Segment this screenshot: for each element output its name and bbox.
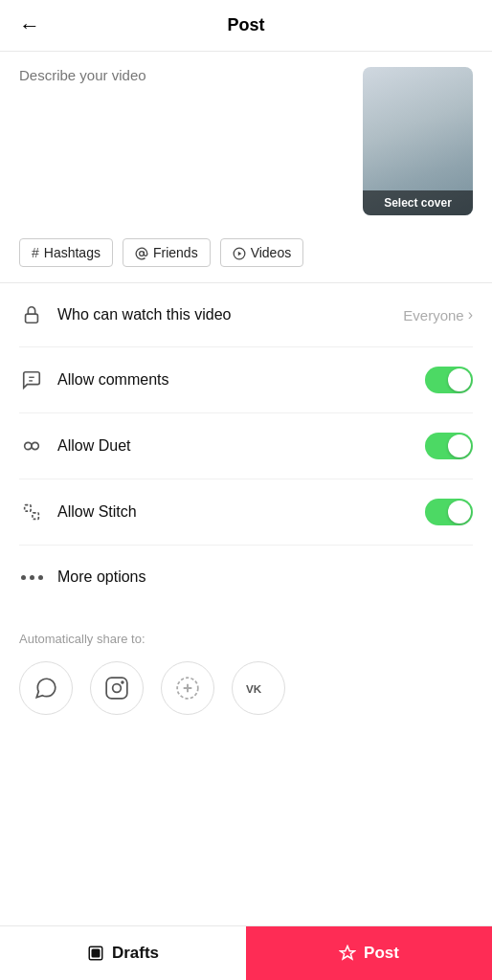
svg-rect-3 (26, 314, 38, 323)
friends-button[interactable]: Friends (123, 238, 211, 267)
comment-icon (19, 368, 44, 392)
toggle-knob-stitch (448, 501, 471, 523)
vk-button[interactable]: VK (232, 661, 285, 715)
post-label: Post (364, 944, 399, 963)
allow-duet-toggle[interactable] (425, 433, 473, 459)
setting-who-can-watch[interactable]: Who can watch this video Everyone › (19, 283, 473, 347)
svg-rect-10 (106, 678, 127, 699)
allow-stitch-toggle[interactable] (425, 499, 473, 525)
share-section: Automatically share to: (0, 609, 492, 730)
settings-section: Who can watch this video Everyone › Allo… (0, 283, 492, 609)
share-label: Automatically share to: (19, 632, 473, 646)
video-thumbnail[interactable]: Select cover (363, 67, 473, 215)
play-icon (233, 245, 246, 260)
at-icon (135, 245, 148, 260)
allow-comments-label: Allow comments (57, 371, 412, 389)
post-button[interactable]: Post (246, 926, 492, 980)
lock-icon (19, 302, 44, 327)
videos-label: Videos (251, 245, 292, 260)
svg-point-0 (140, 252, 145, 256)
svg-point-11 (113, 684, 122, 693)
share-icons-row: VK (19, 661, 473, 715)
whatsapp-button[interactable] (19, 661, 73, 715)
description-input[interactable] (19, 67, 351, 215)
svg-marker-2 (237, 252, 241, 256)
setting-allow-comments: Allow comments (19, 347, 473, 413)
who-can-watch-value: Everyone › (403, 306, 473, 323)
post-icon (339, 945, 356, 962)
toggle-knob (448, 368, 471, 391)
svg-point-12 (122, 681, 123, 683)
page-title: Post (227, 15, 264, 35)
setting-allow-stitch: Allow Stitch (19, 479, 473, 546)
svg-rect-18 (92, 949, 100, 957)
allow-duet-label: Allow Duet (57, 437, 412, 455)
more-options-label: More options (57, 568, 473, 586)
drafts-icon (87, 945, 104, 962)
setting-more-options[interactable]: More options (19, 546, 473, 609)
select-cover-label: Select cover (363, 190, 473, 215)
chevron-icon: › (468, 306, 473, 323)
svg-point-7 (32, 443, 38, 450)
hashtags-button[interactable]: # Hashtags (19, 238, 113, 267)
hashtags-label: Hashtags (44, 245, 101, 260)
instagram-button[interactable] (90, 661, 144, 715)
add-platform-button[interactable] (161, 661, 214, 715)
back-button[interactable]: ← (19, 13, 40, 38)
header: ← Post (0, 0, 492, 52)
drafts-button[interactable]: Drafts (0, 926, 246, 980)
bottom-buttons: Drafts Post (0, 925, 492, 980)
svg-rect-9 (33, 513, 38, 519)
allow-stitch-label: Allow Stitch (57, 503, 412, 521)
svg-text:VK: VK (246, 682, 262, 695)
who-can-watch-label: Who can watch this video (57, 306, 390, 323)
tags-row: # Hashtags Friends Videos (0, 231, 492, 282)
videos-button[interactable]: Videos (220, 238, 304, 267)
setting-allow-duet: Allow Duet (19, 413, 473, 479)
more-options-icon (19, 565, 44, 590)
duet-icon (19, 434, 44, 458)
drafts-label: Drafts (112, 944, 159, 963)
description-area: Select cover (0, 52, 492, 231)
svg-rect-8 (25, 505, 31, 511)
toggle-knob-duet (448, 434, 471, 457)
allow-comments-toggle[interactable] (425, 367, 473, 393)
stitch-icon (19, 500, 44, 524)
svg-point-6 (25, 443, 32, 450)
friends-label: Friends (153, 245, 198, 260)
hashtag-icon: # (32, 245, 39, 260)
